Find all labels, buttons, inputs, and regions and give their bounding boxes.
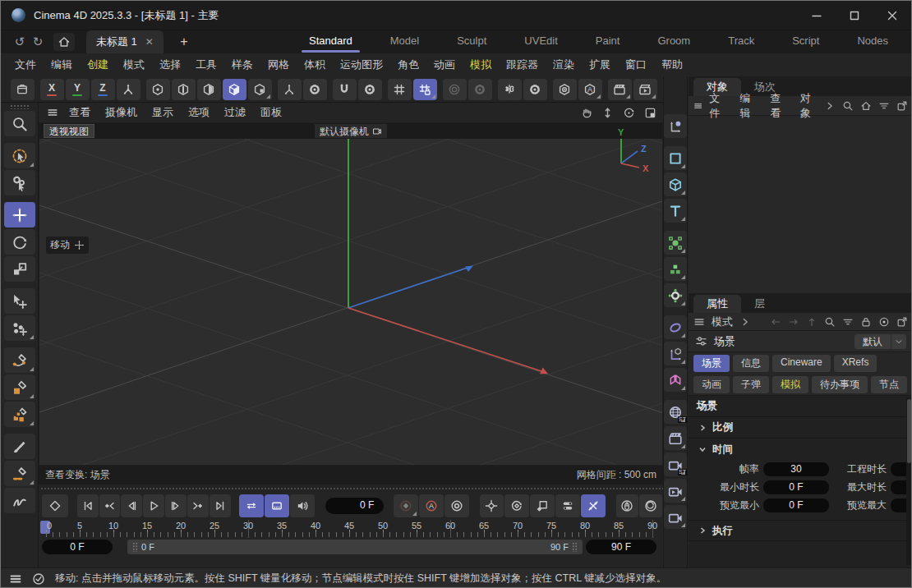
- z-axis-lock-button[interactable]: Z: [91, 79, 115, 100]
- menu-tracker[interactable]: 跟踪器: [501, 53, 543, 76]
- range-start-field[interactable]: 0 F: [42, 540, 113, 554]
- attr-burger-icon[interactable]: [693, 316, 705, 328]
- key-rotation-toggle[interactable]: [504, 494, 529, 517]
- new-tab-button[interactable]: +: [175, 34, 193, 49]
- forward-arrow-icon[interactable]: [788, 316, 799, 328]
- generator-button[interactable]: [664, 283, 687, 307]
- target-icon[interactable]: [878, 316, 890, 328]
- deformer-button[interactable]: [664, 315, 687, 339]
- scale-tool-button[interactable]: [4, 256, 35, 282]
- layout-tab-sculpt[interactable]: Sculpt: [438, 30, 505, 53]
- coordinates-tool-button[interactable]: [664, 114, 687, 138]
- close-button[interactable]: [873, 1, 911, 30]
- home-button[interactable]: [53, 33, 75, 51]
- goto-start-button[interactable]: [77, 494, 99, 517]
- live-selection-button[interactable]: [4, 143, 35, 168]
- menu-tools[interactable]: 工具: [191, 53, 222, 76]
- modeling-axis-button[interactable]: [443, 79, 467, 100]
- field-object-button[interactable]: [664, 342, 687, 365]
- key-pla-toggle[interactable]: [581, 494, 606, 517]
- goto-next-frame-button[interactable]: [165, 494, 187, 517]
- text-object-button[interactable]: [664, 199, 687, 223]
- stage-camera-button[interactable]: ST: [664, 452, 687, 476]
- tab-layers[interactable]: 层: [741, 295, 778, 313]
- menu-render[interactable]: 渲染: [548, 53, 579, 76]
- pan-hand-icon[interactable]: [580, 107, 592, 119]
- symmetry-settings-button[interactable]: [523, 79, 547, 100]
- om-menu-view[interactable]: 查看: [763, 91, 794, 121]
- render-view-button[interactable]: [553, 79, 577, 100]
- record-keyframe-button[interactable]: [394, 494, 418, 517]
- key-position-toggle[interactable]: [480, 494, 504, 517]
- menu-character[interactable]: 角色: [393, 53, 424, 76]
- min-length-field[interactable]: 0 F: [763, 480, 829, 494]
- layout-tab-standard[interactable]: Standard: [290, 30, 371, 53]
- symmetry-button[interactable]: [498, 79, 522, 100]
- primitive-cube-button[interactable]: [664, 172, 687, 196]
- layout-tab-paint[interactable]: Paint: [577, 30, 639, 53]
- set-keyframe-button[interactable]: [42, 494, 68, 517]
- preview-range-bar[interactable]: 0 F 90 F: [127, 540, 583, 554]
- move-tool-button[interactable]: [4, 202, 35, 227]
- key-scale-toggle[interactable]: [530, 494, 555, 517]
- maximize-button[interactable]: [836, 1, 873, 30]
- chip-xrefs[interactable]: XRefs: [834, 355, 877, 372]
- om-burger-icon[interactable]: [693, 100, 702, 112]
- range-grip-right[interactable]: [572, 542, 578, 552]
- om-menu-file[interactable]: 文件: [702, 91, 733, 121]
- viewport-layout-icon[interactable]: [644, 107, 656, 119]
- vp-menu-view[interactable]: 查看: [62, 105, 98, 120]
- polygons-mode-button[interactable]: [197, 79, 221, 100]
- timeline-grip[interactable]: [40, 487, 663, 490]
- menu-volume[interactable]: 体积: [299, 53, 330, 76]
- group-time[interactable]: 时间: [689, 439, 912, 460]
- menu-help[interactable]: 帮助: [656, 53, 688, 76]
- workplane-button[interactable]: [11, 79, 35, 100]
- range-grip-left[interactable]: [132, 542, 138, 552]
- filter-icon[interactable]: [842, 316, 854, 328]
- chip-bullet[interactable]: 子弹: [733, 376, 769, 393]
- status-burger-icon[interactable]: [9, 572, 22, 586]
- chip-animation[interactable]: 动画: [693, 376, 730, 393]
- search-icon[interactable]: [842, 100, 854, 112]
- axis-tool-button[interactable]: [117, 79, 140, 100]
- chip-cineware[interactable]: Cineware: [772, 355, 831, 372]
- home-icon[interactable]: [860, 100, 872, 112]
- preview-min-field[interactable]: 0 F: [763, 498, 829, 512]
- loop-toggle[interactable]: [239, 494, 264, 517]
- view-label[interactable]: 透视视图: [44, 124, 94, 138]
- tab-attributes[interactable]: 属性: [693, 295, 741, 313]
- cursor-move-tool-button[interactable]: [4, 288, 35, 314]
- modeling-settings-button[interactable]: [468, 79, 492, 100]
- lock-icon[interactable]: [860, 316, 872, 328]
- menu-create[interactable]: 创建: [82, 53, 113, 76]
- workplane-settings-button[interactable]: [303, 79, 327, 100]
- sky-object-button[interactable]: ST: [664, 400, 687, 424]
- snap-settings-button[interactable]: [358, 79, 382, 100]
- viewport-canvas[interactable]: 透视视图 默认摄像机 Y Z X 移动: [39, 122, 663, 466]
- workplane-axes-button[interactable]: [278, 79, 302, 100]
- volume-builder-button[interactable]: [664, 257, 687, 281]
- chip-scene[interactable]: 场景: [693, 355, 730, 372]
- viewport-burger-icon[interactable]: [47, 107, 58, 118]
- camera-keying-button[interactable]: [639, 494, 662, 517]
- preview-range-toggle[interactable]: [265, 494, 289, 517]
- spline-pen-button[interactable]: [4, 347, 35, 373]
- grid-button[interactable]: [388, 79, 412, 100]
- render-scene-button[interactable]: [664, 426, 687, 450]
- document-tab[interactable]: 未标题 1 ✕: [86, 30, 164, 53]
- dock-grip[interactable]: [10, 104, 30, 109]
- layout-tab-uvedit[interactable]: UVEdit: [505, 30, 576, 53]
- chip-todo[interactable]: 待办事项: [812, 376, 868, 393]
- camera-object-button[interactable]: [664, 505, 687, 529]
- attribute-scrollbar[interactable]: [906, 397, 912, 565]
- rotate-tool-button[interactable]: [4, 229, 35, 255]
- model-mode-button[interactable]: [223, 79, 246, 100]
- vp-menu-camera[interactable]: 摄像机: [98, 105, 145, 120]
- edges-mode-button[interactable]: [172, 79, 196, 100]
- goto-end-button[interactable]: [210, 494, 231, 517]
- timeline-ruler[interactable]: 0 5 10 15 20 25 30 35 40 45 50 55 60 65 …: [39, 520, 663, 538]
- y-axis-lock-button[interactable]: Y: [66, 79, 90, 100]
- motion-camera-button[interactable]: [664, 479, 687, 503]
- menu-extensions[interactable]: 扩展: [584, 53, 615, 76]
